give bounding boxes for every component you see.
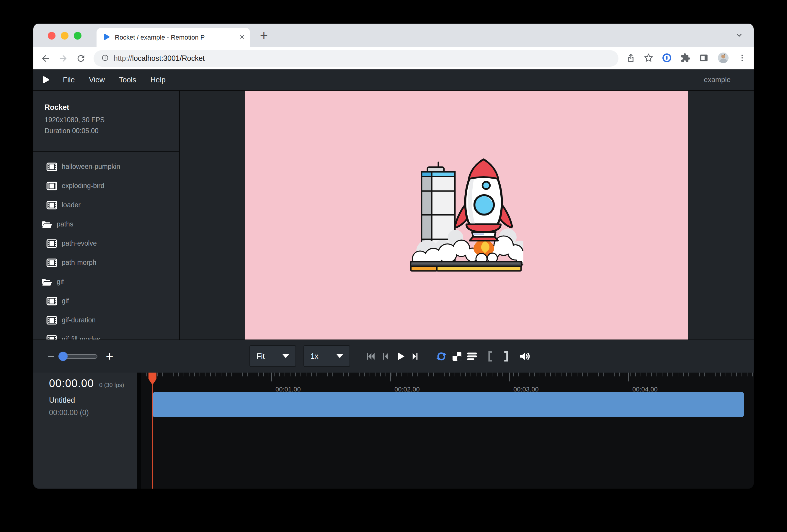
sidebar-item-path-evolve[interactable]: path-evolve [34,234,179,253]
loop-toggle-icon[interactable] [435,351,447,362]
extensions-puzzle-icon[interactable] [680,53,690,64]
ruler-tick [168,373,168,377]
ruler-tick [720,373,721,377]
tab-close-icon[interactable] [239,34,245,41]
ruler-tick [556,373,556,377]
track-name-label: Untitled [49,396,137,405]
sidebar-item-paths[interactable]: paths [34,215,179,234]
playback-speed-select[interactable]: 1x [303,345,350,367]
preview-area [180,91,753,340]
ruler-tick [561,373,561,377]
ruler-tick [226,373,227,377]
ruler-tick [375,373,376,377]
ruler-tick [327,373,328,377]
ruler-tick [619,373,620,377]
menu-help[interactable]: Help [150,76,165,84]
composition-info: Rocket 1920x1080, 30 FPS Duration 00:05.… [34,91,179,136]
sidebar-item-gif[interactable]: gif [34,272,179,291]
new-tab-button[interactable]: + [255,26,273,44]
browser-menu-dots-icon[interactable] [738,54,747,63]
film-icon [46,258,58,267]
ruler-tick [263,373,264,377]
ruler-tick [178,373,179,377]
timeline-panel: 00:00.00 0 (30 fps) Untitled 00:00.00 (0… [34,373,753,489]
sidebar-item-loader[interactable]: loader [34,195,179,215]
in-point-bracket-icon[interactable] [488,351,493,362]
ruler-tick [242,373,243,377]
transparency-checkerboard-icon[interactable] [452,351,462,362]
ruler-tick [667,373,668,377]
timeline-track-bar[interactable] [153,392,744,417]
skip-to-start-icon[interactable] [365,351,376,361]
previous-frame-icon[interactable] [380,351,390,361]
ruler-second-tick [271,373,272,381]
ruler-second-tick [628,373,629,381]
sidebar-item-halloween-pumpkin[interactable]: halloween-pumpkin [34,157,179,176]
next-frame-icon[interactable] [410,351,420,361]
ruler-tick [205,373,206,377]
ruler-tick [231,373,232,377]
project-name-label: example [704,76,731,84]
tab-search-chevron-icon[interactable] [735,31,744,41]
menu-view[interactable]: View [89,76,105,84]
url-text[interactable]: http://localhost:3001/Rocket [114,54,205,63]
out-point-bracket-icon[interactable] [503,351,509,362]
menu-tools[interactable]: Tools [119,76,136,84]
ruler-tick [369,373,370,377]
playhead-line[interactable] [152,373,153,489]
side-panel-icon[interactable] [699,53,709,64]
ruler-tick [258,373,259,377]
ruler-tick [534,373,535,377]
canvas-size-select[interactable]: Fit [250,345,296,367]
ruler-tick [279,373,280,377]
ruler-tick [731,373,731,377]
forward-icon[interactable] [58,54,68,63]
maximize-window-button[interactable] [74,32,82,40]
ruler-tick [598,373,599,377]
ruler-tick [173,373,174,377]
reload-icon[interactable] [76,54,86,63]
remotion-logo-icon[interactable] [41,75,50,84]
bookmark-star-icon[interactable] [644,53,653,64]
sidebar-item-gif-duration[interactable]: gif-duration [34,311,179,330]
share-icon[interactable] [626,53,636,64]
timeline-ruler[interactable]: 00:01.0000:02.0000:03.0000:04.00 [145,373,753,489]
minimize-window-button[interactable] [61,32,68,40]
ruler-tick [418,373,418,377]
sidebar-item-exploding-bird[interactable]: exploding-bird [34,176,179,195]
volume-icon[interactable] [519,351,531,362]
ruler-tick [646,373,646,377]
zoom-in-button[interactable]: + [106,349,113,364]
ruler-tick [359,373,360,377]
menu-file[interactable]: File [63,76,75,84]
ruler-tick [582,373,583,377]
ruler-tick [465,373,466,377]
ruler-tick [322,373,322,377]
zoom-slider[interactable] [59,354,98,359]
ruler-tick [683,373,684,377]
tab-strip: Rocket / example - Remotion P + [34,24,753,47]
ruler-tick [572,373,572,377]
ruler-tick [603,373,604,377]
ruler-tick [338,373,338,377]
back-icon[interactable] [40,54,50,63]
sidebar-item-gif[interactable]: gif [34,291,179,311]
composition-duration: Duration 00:05.00 [45,126,179,136]
timeline-tracks-icon[interactable] [467,351,477,362]
sidebar-item-gif-fill-modes[interactable]: gif-fill-modes [34,330,179,340]
zoom-slider-knob[interactable] [59,352,68,361]
browser-tab[interactable]: Rocket / example - Remotion P [97,28,250,47]
site-info-icon[interactable] [101,54,109,63]
close-window-button[interactable] [48,32,56,40]
play-icon[interactable] [395,351,406,362]
ruler-tick [678,373,678,377]
ruler-tick [550,373,551,377]
ruler-tick [354,373,354,377]
sidebar-item-path-morph[interactable]: path-morph [34,253,179,272]
profile-avatar[interactable] [717,52,729,65]
zoom-out-button[interactable]: − [47,350,54,363]
ruler-tick [609,373,609,377]
onepassword-extension-icon[interactable] [662,52,672,64]
video-canvas[interactable] [245,91,688,340]
address-bar[interactable]: http://localhost:3001/Rocket [93,50,618,67]
